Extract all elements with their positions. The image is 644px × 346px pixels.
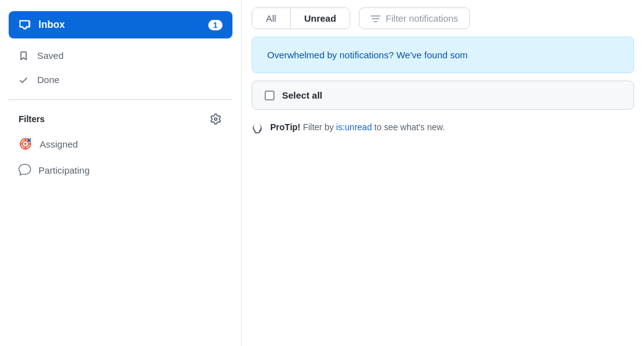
select-all-label: Select all: [282, 90, 322, 100]
protip-link[interactable]: is:unread: [336, 122, 372, 132]
protip-bold: ProTip!: [270, 122, 301, 132]
sidebar-divider: [9, 99, 232, 100]
protip-row: ProTip! Filter by is:unread to see what'…: [242, 110, 644, 137]
notification-banner: Overwhelmed by notifications? We've foun…: [252, 37, 634, 73]
inbox-icon: [19, 19, 31, 31]
protip-text: ProTip! Filter by is:unread to see what'…: [270, 122, 445, 132]
chat-icon: [19, 163, 31, 177]
sidebar-item-saved[interactable]: Saved: [0, 43, 241, 68]
sidebar-item-inbox[interactable]: Inbox 1: [9, 11, 232, 38]
filter-icon: [371, 14, 381, 24]
filters-label: Filters: [19, 114, 45, 124]
protip-suffix: to see what's new.: [372, 122, 445, 132]
sidebar-inbox-count: 1: [208, 20, 223, 30]
main-content: All Unread Filter notifications Overwhel…: [242, 0, 644, 346]
filters-header: Filters: [0, 107, 241, 131]
sidebar-inbox-label: Inbox: [38, 19, 201, 30]
select-all-row: Select all: [252, 81, 634, 110]
sidebar: Inbox 1 Saved Done Filters: [0, 0, 242, 346]
bookmark-icon: [19, 51, 29, 61]
tab-bar: All Unread Filter notifications: [242, 7, 644, 37]
filter-assigned-label: Assigned: [40, 139, 78, 149]
select-all-checkbox[interactable]: [265, 91, 275, 100]
target-icon: [19, 137, 32, 151]
filter-notifications-button[interactable]: Filter notifications: [359, 7, 470, 29]
filter-item-assigned[interactable]: Assigned: [0, 131, 241, 157]
filter-notifications-label: Filter notifications: [386, 13, 458, 24]
gear-icon: [210, 113, 221, 125]
filter-participating-label: Participating: [38, 165, 90, 175]
tab-all[interactable]: All: [252, 8, 291, 29]
banner-text: Overwhelmed by notifications? We've foun…: [267, 50, 468, 60]
sidebar-done-label: Done: [37, 74, 60, 85]
sidebar-item-done[interactable]: Done: [0, 68, 241, 92]
bulb-icon: [252, 123, 263, 137]
tab-group: All Unread: [252, 7, 350, 29]
svg-point-2: [24, 143, 27, 145]
filter-item-participating[interactable]: Participating: [0, 157, 241, 184]
filters-gear-button[interactable]: [209, 112, 223, 126]
protip-middle: Filter by: [301, 122, 337, 132]
sidebar-saved-label: Saved: [37, 50, 64, 61]
check-icon: [19, 75, 29, 85]
tab-unread[interactable]: Unread: [291, 8, 350, 29]
